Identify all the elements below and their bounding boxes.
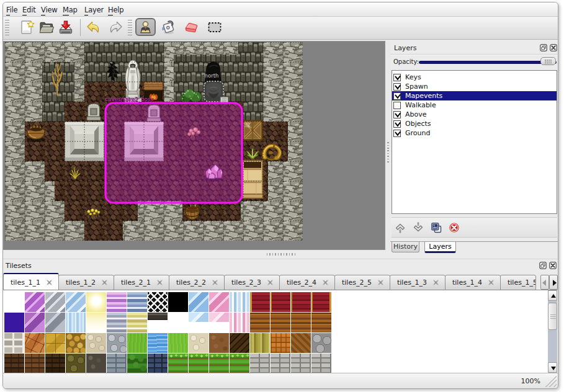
layer-row-mapevents[interactable]: Mapevents bbox=[392, 91, 557, 100]
save-button[interactable] bbox=[58, 19, 74, 35]
layer-row-keys[interactable]: Keys bbox=[392, 73, 557, 82]
layer-row-walkable[interactable]: Walkable bbox=[392, 100, 557, 110]
layer-checkbox[interactable] bbox=[393, 74, 401, 81]
tile-grass-rows[interactable] bbox=[230, 354, 249, 373]
menu-edit[interactable]: Edit bbox=[21, 5, 37, 16]
layer-row-spawn[interactable]: Spawn bbox=[392, 82, 557, 91]
tile-planks[interactable] bbox=[271, 313, 290, 332]
toolbar-drag-handle[interactable] bbox=[128, 20, 132, 37]
tile-glass-pink-sm[interactable] bbox=[209, 313, 229, 332]
tile-carpet-l[interactable] bbox=[250, 292, 270, 312]
tileset-tab-tiles_1_5[interactable]: tiles_1_5 bbox=[500, 275, 536, 290]
tabs-scroll-left-button[interactable] bbox=[540, 275, 549, 290]
tile-cloth-blue[interactable] bbox=[230, 292, 249, 312]
toolbar-drag-handle[interactable] bbox=[5, 20, 9, 37]
tile-cracked-orange[interactable] bbox=[25, 333, 45, 353]
tab-history[interactable]: History bbox=[392, 242, 419, 252]
tile-bricks-blue[interactable] bbox=[148, 354, 168, 373]
tab-close-icon[interactable] bbox=[432, 279, 439, 286]
tile-lattice[interactable] bbox=[148, 292, 168, 312]
map-canvas[interactable]: northnorthcavesnake2_bosscavesnake2_boss bbox=[3, 41, 385, 250]
tab-close-icon[interactable] bbox=[322, 279, 329, 286]
select-tool-button[interactable] bbox=[207, 19, 223, 35]
vertical-splitter[interactable] bbox=[385, 41, 390, 250]
raise-layer-button[interactable] bbox=[395, 222, 406, 233]
tile-bricks-brown[interactable] bbox=[25, 354, 45, 373]
menu-help[interactable]: Help bbox=[107, 5, 125, 16]
tile-stripes-blue[interactable] bbox=[127, 292, 147, 312]
tile-crystal-lblue[interactable] bbox=[189, 292, 208, 312]
tile-stones-gray[interactable] bbox=[311, 333, 331, 353]
menu-layer[interactable]: Layer bbox=[83, 5, 105, 16]
tile-grass-rows[interactable] bbox=[209, 354, 229, 373]
tile-pebbles-dark[interactable] bbox=[86, 354, 106, 373]
tile-pebbles-beige[interactable] bbox=[86, 333, 106, 353]
tile-water-shimmer[interactable] bbox=[66, 313, 86, 332]
tile-hedge[interactable] bbox=[127, 354, 147, 373]
horizontal-splitter[interactable] bbox=[3, 250, 558, 259]
tile-cloth-pink[interactable] bbox=[230, 313, 249, 332]
tile-stripes-pink[interactable] bbox=[107, 292, 127, 312]
tile-logs-dark[interactable] bbox=[230, 333, 249, 353]
tile-grass2[interactable] bbox=[168, 333, 188, 353]
tile-planks[interactable] bbox=[291, 313, 311, 332]
tile-grass-rows[interactable] bbox=[189, 354, 208, 373]
tile-bamboo[interactable] bbox=[250, 333, 270, 353]
tileset-tab-tiles_1_4[interactable]: tiles_1_4 bbox=[445, 275, 501, 290]
tile-stripes-gray[interactable] bbox=[107, 313, 127, 332]
tile-brickwall[interactable] bbox=[311, 354, 331, 373]
tile-weave-orange[interactable] bbox=[271, 333, 290, 353]
tile-crystal-gray[interactable] bbox=[45, 292, 65, 312]
tile-grass-rows[interactable] bbox=[168, 354, 188, 373]
tile-brickwall[interactable] bbox=[291, 354, 311, 373]
scroll-down-button[interactable] bbox=[548, 362, 557, 373]
tile-glow-fade[interactable] bbox=[86, 313, 106, 332]
tile-brickwall[interactable] bbox=[271, 354, 290, 373]
tab-close-icon[interactable] bbox=[212, 279, 218, 286]
tileset-view[interactable] bbox=[3, 290, 558, 373]
float-panel-button[interactable] bbox=[540, 44, 547, 51]
close-panel-button[interactable] bbox=[550, 44, 557, 51]
tile-carpet-m[interactable] bbox=[271, 292, 290, 312]
person-tool-button[interactable] bbox=[135, 18, 156, 36]
tileset-scrollbar[interactable] bbox=[548, 290, 557, 373]
tile-tiles-yellow[interactable] bbox=[45, 333, 65, 353]
menu-view[interactable]: View bbox=[40, 5, 59, 16]
tile-water-blue[interactable] bbox=[148, 333, 168, 353]
tile-glass-blue-sm[interactable] bbox=[189, 313, 208, 332]
tile-crystal-blue[interactable] bbox=[66, 292, 86, 312]
layer-checkbox[interactable] bbox=[393, 102, 401, 109]
tab-close-icon[interactable] bbox=[488, 279, 495, 286]
tab-close-icon[interactable] bbox=[156, 279, 163, 286]
eraser-tool-button[interactable] bbox=[183, 19, 199, 35]
duplicate-layer-button[interactable] bbox=[431, 222, 442, 233]
tileset-tab-tiles_1_1[interactable]: tiles_1_1 bbox=[3, 273, 59, 290]
scrollbar-thumb[interactable] bbox=[548, 303, 557, 330]
tileset-tab-tiles_2_2[interactable]: tiles_2_2 bbox=[169, 275, 225, 290]
float-panel-button[interactable] bbox=[539, 262, 547, 269]
tileset-tab-tiles_2_1[interactable]: tiles_2_1 bbox=[114, 275, 169, 290]
tile-cobbles-gray[interactable] bbox=[107, 333, 127, 353]
tile-crystal-purple2[interactable] bbox=[25, 313, 45, 332]
tile-herringbone[interactable] bbox=[291, 333, 311, 353]
tile-crystal-gray2[interactable] bbox=[45, 313, 65, 332]
opacity-slider-handle[interactable] bbox=[540, 57, 556, 65]
layer-row-ground[interactable]: Ground bbox=[392, 128, 557, 138]
new-file-button[interactable] bbox=[19, 19, 35, 35]
tile-indigo[interactable] bbox=[4, 313, 24, 332]
tab-close-icon[interactable] bbox=[46, 279, 53, 286]
layer-checkbox[interactable] bbox=[393, 83, 401, 91]
menu-file[interactable]: File bbox=[5, 5, 19, 16]
tile-grass1[interactable] bbox=[127, 333, 147, 353]
open-button[interactable] bbox=[38, 19, 55, 35]
map-object-tombstone[interactable] bbox=[87, 104, 101, 120]
layer-checkbox[interactable] bbox=[393, 120, 401, 128]
tileset-tab-tiles_2_3[interactable]: tiles_2_3 bbox=[224, 275, 280, 290]
tab-close-icon[interactable] bbox=[267, 279, 274, 286]
map-object-cage[interactable] bbox=[243, 121, 262, 140]
redo-button[interactable] bbox=[107, 19, 123, 35]
opacity-slider[interactable] bbox=[419, 61, 557, 64]
tab-close-icon[interactable] bbox=[377, 279, 384, 286]
undo-button[interactable] bbox=[86, 19, 102, 35]
menu-map[interactable]: Map bbox=[61, 5, 79, 16]
